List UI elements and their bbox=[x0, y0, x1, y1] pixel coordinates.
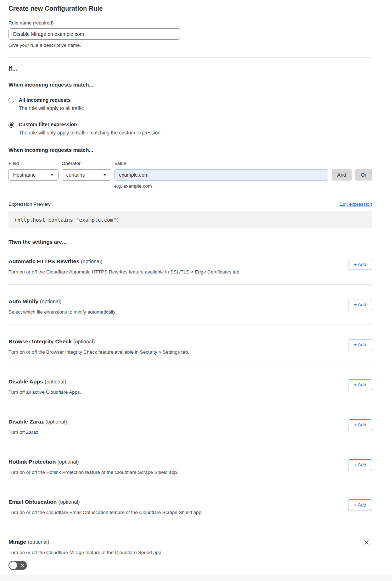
edit-expression-link[interactable]: Edit expression bbox=[340, 201, 372, 207]
radio-button-selected[interactable] bbox=[9, 122, 14, 128]
operator-select-value: contains bbox=[66, 172, 85, 178]
setting-optional-tag: (optional) bbox=[81, 259, 102, 264]
expression-preview-label: Expression Preview bbox=[9, 201, 51, 207]
setting-title-block: Disable Apps (optional) Turn off all act… bbox=[9, 378, 81, 395]
operator-label: Operator bbox=[62, 161, 111, 166]
divider bbox=[9, 325, 372, 325]
setting-title: Disable Apps bbox=[9, 378, 43, 384]
add-button[interactable]: + Add bbox=[348, 379, 372, 390]
setting-header: Disable Apps (optional) Turn off all act… bbox=[9, 378, 372, 395]
field-select[interactable]: Hostname bbox=[9, 169, 58, 181]
chevron-down-icon bbox=[50, 174, 54, 176]
radio-button-unselected[interactable] bbox=[9, 98, 14, 103]
create-configuration-rule-page: Create new Configuration Rule Rule name … bbox=[0, 0, 392, 581]
divider bbox=[9, 485, 372, 485]
setting-optional-tag: (optional) bbox=[40, 299, 61, 304]
value-label: Value bbox=[114, 161, 328, 166]
incoming-requests-match-heading: When incoming requests match... bbox=[9, 82, 372, 88]
radio-option-text: All incoming requests The rule will appl… bbox=[19, 97, 84, 111]
rule-name-label: Rule name (required) bbox=[9, 20, 372, 26]
expression-preview-box: (http.host contains "example.com") bbox=[9, 211, 372, 228]
operator-column: Operator contains bbox=[62, 161, 111, 181]
value-input[interactable] bbox=[114, 169, 328, 181]
if-heading: If... bbox=[9, 65, 372, 72]
setting-row: Email Obfuscation (optional) Turn on or … bbox=[9, 499, 372, 525]
expression-preview-code: (http.host contains "example.com") bbox=[14, 217, 119, 223]
setting-optional-tag: (optional) bbox=[45, 379, 66, 384]
setting-description: Turn on or off the Browser Integrity Che… bbox=[9, 349, 189, 355]
setting-header: Email Obfuscation (optional) Turn on or … bbox=[9, 499, 372, 515]
setting-description: Turn off Zaraz. bbox=[9, 430, 67, 435]
and-button[interactable]: And bbox=[332, 169, 352, 181]
setting-title-block: Disable Zaraz (optional) Turn off Zaraz. bbox=[9, 419, 67, 435]
divider bbox=[9, 284, 372, 285]
setting-title: Auto Minify bbox=[9, 298, 38, 304]
toggle-knob bbox=[9, 561, 17, 569]
add-button[interactable]: + Add bbox=[348, 259, 372, 270]
add-button[interactable]: + Add bbox=[348, 339, 372, 350]
setting-header: Disable Zaraz (optional) Turn off Zaraz.… bbox=[9, 419, 372, 435]
setting-title-block: Hotlink Protection (optional) Turn on or… bbox=[9, 459, 178, 475]
field-select-value: Hostname bbox=[13, 172, 36, 178]
settings-list: Automatic HTTPS Rewrites (optional) Turn… bbox=[9, 258, 372, 525]
setting-row: Automatic HTTPS Rewrites (optional) Turn… bbox=[9, 258, 372, 285]
setting-description: Turn off all active Cloudflare Apps. bbox=[9, 389, 81, 395]
setting-row: Browser Integrity Check (optional) Turn … bbox=[9, 338, 372, 365]
setting-title-block: Auto Minify (optional) Select which file… bbox=[9, 298, 116, 315]
mirage-title: Mirage bbox=[9, 539, 26, 545]
field-column: Field Hostname bbox=[9, 161, 58, 181]
operator-select[interactable]: contains bbox=[62, 169, 111, 181]
setting-title-block: Email Obfuscation (optional) Turn on or … bbox=[9, 499, 203, 515]
mirage-title-block: Mirage (optional) Turn on or off the Clo… bbox=[9, 539, 163, 555]
rule-name-helper: Give your rule a descriptive name. bbox=[9, 43, 372, 48]
setting-title: Hotlink Protection bbox=[9, 459, 56, 465]
bottom-edge-band bbox=[0, 575, 392, 581]
setting-header: Hotlink Protection (optional) Turn on or… bbox=[9, 459, 372, 475]
setting-header: Auto Minify (optional) Select which file… bbox=[9, 298, 372, 315]
divider bbox=[9, 445, 372, 445]
close-icon[interactable] bbox=[364, 540, 369, 545]
setting-title: Email Obfuscation bbox=[9, 499, 57, 505]
radio-description: The rule will apply to all traffic bbox=[19, 105, 84, 111]
page-title: Create new Configuration Rule bbox=[9, 5, 372, 12]
value-column: Value bbox=[114, 161, 328, 181]
setting-row: Auto Minify (optional) Select which file… bbox=[9, 298, 372, 325]
chevron-down-icon bbox=[103, 174, 107, 176]
mirage-toggle-off[interactable]: ✕ bbox=[9, 561, 27, 570]
mirage-description: Turn on or off the Cloudflare Mirage fea… bbox=[9, 550, 163, 555]
expression-builder-heading: When incoming requests match... bbox=[9, 147, 372, 153]
setting-description: Turn on or off the Hotlink Protection fe… bbox=[9, 470, 178, 475]
radio-description: The rule will only apply to traffic matc… bbox=[19, 130, 161, 135]
then-settings-heading: Then the settings are... bbox=[9, 239, 372, 245]
expression-preview-header: Expression Preview Edit expression bbox=[9, 201, 372, 207]
radio-label: Custom filter expression bbox=[19, 122, 161, 127]
mirage-optional-tag: (optional) bbox=[28, 539, 49, 545]
setting-header: Browser Integrity Check (optional) Turn … bbox=[9, 338, 372, 355]
rule-name-input[interactable] bbox=[9, 28, 180, 40]
setting-description: Turn on or off the Cloudflare Email Obfu… bbox=[9, 510, 203, 515]
setting-optional-tag: (optional) bbox=[45, 419, 67, 425]
or-button[interactable]: Or bbox=[355, 169, 372, 181]
divider bbox=[9, 365, 372, 365]
setting-row: Hotlink Protection (optional) Turn on or… bbox=[9, 459, 372, 485]
setting-description: Turn on or off the Cloudflare Automatic … bbox=[9, 269, 241, 275]
mirage-setting-row: Mirage (optional) Turn on or off the Clo… bbox=[9, 539, 372, 570]
mirage-header: Mirage (optional) Turn on or off the Clo… bbox=[9, 539, 372, 555]
add-button[interactable]: + Add bbox=[348, 299, 372, 310]
divider bbox=[9, 405, 372, 405]
add-button[interactable]: + Add bbox=[348, 499, 372, 510]
radio-option-all-incoming-requests[interactable]: All incoming requests The rule will appl… bbox=[9, 97, 372, 111]
setting-row: Disable Apps (optional) Turn off all act… bbox=[9, 378, 372, 405]
setting-optional-tag: (optional) bbox=[58, 499, 80, 505]
add-button[interactable]: + Add bbox=[348, 459, 372, 470]
toggle-off-x-icon: ✕ bbox=[21, 563, 24, 568]
add-button[interactable]: + Add bbox=[348, 419, 372, 430]
setting-optional-tag: (optional) bbox=[57, 459, 79, 465]
setting-title: Automatic HTTPS Rewrites bbox=[9, 258, 79, 264]
setting-title: Browser Integrity Check bbox=[9, 338, 72, 344]
setting-title-block: Browser Integrity Check (optional) Turn … bbox=[9, 338, 189, 355]
setting-description: Select which file extensions to minify a… bbox=[9, 309, 116, 315]
value-helper: e.g. example.com bbox=[114, 183, 372, 189]
radio-option-custom-filter-expression[interactable]: Custom filter expression The rule will o… bbox=[9, 122, 372, 135]
radio-label: All incoming requests bbox=[19, 97, 84, 103]
